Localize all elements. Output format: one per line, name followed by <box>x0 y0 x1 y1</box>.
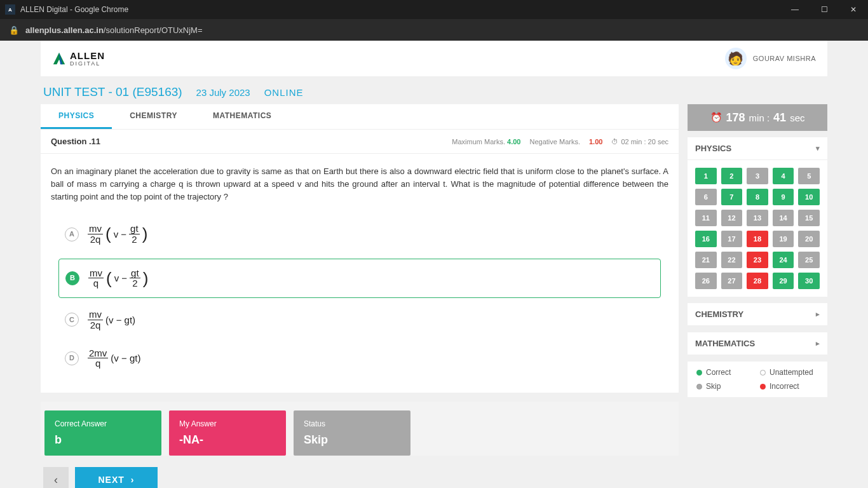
question-header: Question .11 Maximum Marks. 4.00 Negativ… <box>41 130 679 154</box>
panel-header-mathematics[interactable]: MATHEMATICS ▸ <box>688 332 827 355</box>
question-cell-8[interactable]: 8 <box>747 189 768 205</box>
card-value: -NA- <box>179 433 276 447</box>
tab-mathematics[interactable]: MATHEMATICS <box>195 104 289 129</box>
max-marks-label: Maximum Marks. <box>452 138 505 146</box>
question-cell-25[interactable]: 25 <box>798 252 820 268</box>
question-cell-30[interactable]: 30 <box>798 273 820 289</box>
legend-unattempted: Unattempted <box>760 368 818 377</box>
question-cell-28[interactable]: 28 <box>747 273 768 289</box>
panel-header-physics[interactable]: PHYSICS ▾ <box>688 137 827 160</box>
question-cell-1[interactable]: 1 <box>695 168 717 184</box>
allen-logo-icon <box>52 51 66 65</box>
question-cell-5[interactable]: 5 <box>798 168 820 184</box>
chevron-right-icon: › <box>131 475 135 485</box>
option-c-formula: mv2q(v − gt) <box>88 309 135 330</box>
question-cell-26[interactable]: 26 <box>695 273 717 289</box>
question-cell-29[interactable]: 29 <box>773 273 794 289</box>
test-header: UNIT TEST - 01 (E95163) 23 July 2023 ONL… <box>41 76 827 104</box>
question-cell-24[interactable]: 24 <box>773 252 794 268</box>
next-label: NEXT <box>98 475 124 485</box>
timer-min: 178 <box>726 111 745 125</box>
timer-sec: 41 <box>773 111 786 125</box>
legend-incorrect: Incorrect <box>760 382 818 391</box>
user-name: GOURAV MISHRA <box>753 55 816 62</box>
question-cell-22[interactable]: 22 <box>721 252 743 268</box>
option-bullet: B <box>65 271 79 285</box>
brand-name: ALLEN <box>70 50 105 61</box>
timer-min-label: min : <box>749 112 770 123</box>
question-cell-13[interactable]: 13 <box>747 210 768 226</box>
close-button[interactable]: ✕ <box>839 0 868 19</box>
question-cell-7[interactable]: 7 <box>721 189 743 205</box>
option-b[interactable]: B mvq (v − gt2) <box>58 259 661 298</box>
address-bar[interactable]: 🔒 allenplus.allen.ac.in/solutionReport/O… <box>0 19 868 41</box>
card-value: Skip <box>304 433 400 447</box>
question-cell-6[interactable]: 6 <box>695 189 717 205</box>
chevron-right-icon: ▸ <box>816 339 820 348</box>
brand-logo[interactable]: ALLEN DIGITAL <box>52 50 105 67</box>
question-cell-4[interactable]: 4 <box>773 168 794 184</box>
chevron-down-icon: ▾ <box>816 144 820 152</box>
option-a[interactable]: A mv2q (v − gt2) <box>58 215 661 253</box>
question-cell-11[interactable]: 11 <box>695 210 717 226</box>
legend: Correct Unattempted Skip Incorrect <box>688 362 827 397</box>
maximize-button[interactable]: ☐ <box>810 0 839 19</box>
panel-physics: PHYSICS ▾ 123456789101112131415161718192… <box>688 137 827 297</box>
url-host: allenplus.allen.ac.in <box>25 25 104 35</box>
panel-header-chemistry[interactable]: CHEMISTRY ▸ <box>688 303 827 326</box>
question-cell-16[interactable]: 16 <box>695 231 717 247</box>
question-cell-19[interactable]: 19 <box>773 231 794 247</box>
test-name: UNIT TEST - 01 (E95163) <box>43 85 182 99</box>
panel-title: PHYSICS <box>695 144 731 153</box>
brand-sub: DIGITAL <box>70 60 105 67</box>
next-button[interactable]: NEXT › <box>75 467 158 488</box>
lock-icon: 🔒 <box>9 25 19 35</box>
chevron-right-icon: ▸ <box>816 310 820 318</box>
subject-tabs: PHYSICS CHEMISTRY MATHEMATICS <box>41 104 679 130</box>
card-my-answer: My Answer -NA- <box>169 410 286 456</box>
question-cell-14[interactable]: 14 <box>773 210 794 226</box>
tab-chemistry[interactable]: CHEMISTRY <box>112 104 195 129</box>
card-label: My Answer <box>179 419 276 428</box>
question-number: 11 <box>92 137 100 146</box>
question-cell-2[interactable]: 2 <box>721 168 743 184</box>
panel-mathematics: MATHEMATICS ▸ <box>688 332 827 355</box>
question-cell-12[interactable]: 12 <box>721 210 743 226</box>
test-mode: ONLINE <box>264 87 304 98</box>
question-cell-17[interactable]: 17 <box>721 231 743 247</box>
card-label: Status <box>304 419 400 428</box>
card-value: b <box>55 433 151 447</box>
panel-chemistry: CHEMISTRY ▸ <box>688 303 827 326</box>
card-status: Status Skip <box>294 410 410 456</box>
panel-title: MATHEMATICS <box>695 339 755 348</box>
question-cell-27[interactable]: 27 <box>721 273 743 289</box>
option-b-formula: mvq (v − gt2) <box>88 266 148 291</box>
question-cell-23[interactable]: 23 <box>747 252 768 268</box>
option-d[interactable]: D 2mvq(v − gt) <box>58 342 661 376</box>
option-a-formula: mv2q (v − gt2) <box>88 221 147 247</box>
window-title: ALLEN Digital - Google Chrome <box>20 5 128 14</box>
question-cell-15[interactable]: 15 <box>798 210 820 226</box>
timer-sec-label: sec <box>790 112 804 123</box>
option-c[interactable]: C mv2q(v − gt) <box>58 303 661 337</box>
question-nav: ‹ NEXT › <box>41 463 679 488</box>
option-bullet: D <box>65 351 79 365</box>
user-menu[interactable]: 🧑 GOURAV MISHRA <box>725 48 816 69</box>
question-body: On an imaginary planet the acceleration … <box>41 154 679 393</box>
tab-physics[interactable]: PHYSICS <box>41 104 112 129</box>
question-cell-21[interactable]: 21 <box>695 252 717 268</box>
question-cell-18[interactable]: 18 <box>747 231 768 247</box>
avatar-icon: 🧑 <box>725 48 747 69</box>
prev-button[interactable]: ‹ <box>43 467 69 488</box>
question-cell-10[interactable]: 10 <box>798 189 820 205</box>
question-cell-9[interactable]: 9 <box>773 189 794 205</box>
neg-marks-value: 1.00 <box>589 138 602 146</box>
card-correct-answer: Correct Answer b <box>44 410 161 456</box>
question-cell-3[interactable]: 3 <box>747 168 768 184</box>
app-header: ALLEN DIGITAL 🧑 GOURAV MISHRA <box>41 41 827 76</box>
question-cell-20[interactable]: 20 <box>798 231 820 247</box>
clock-icon: ⏱ <box>611 138 618 146</box>
url-path: /solutionReport/OTUxNjM= <box>104 25 203 35</box>
minimize-button[interactable]: — <box>780 0 810 19</box>
option-bullet: C <box>65 313 79 327</box>
